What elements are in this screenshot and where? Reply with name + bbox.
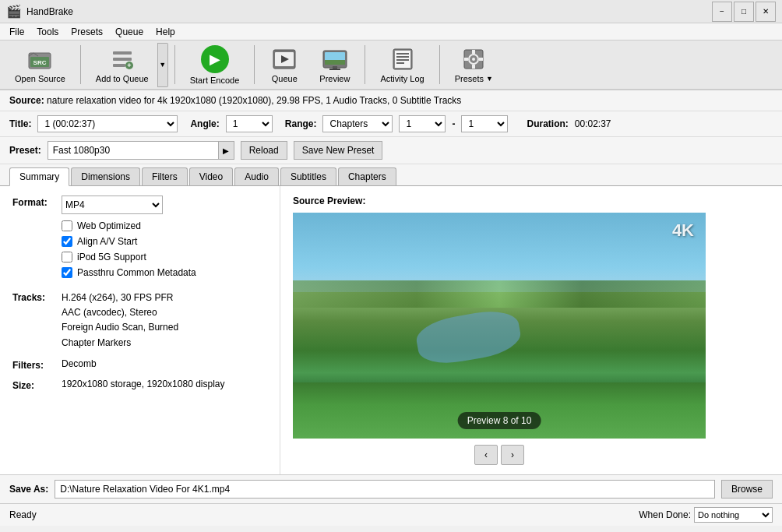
menu-help[interactable]: Help [150, 25, 181, 39]
toolbar-sep-1 [80, 45, 81, 84]
preview-button[interactable]: Preview [311, 43, 358, 87]
svg-rect-21 [396, 62, 404, 64]
svg-rect-19 [396, 56, 409, 58]
add-queue-split-button: + Add to Queue ▼ [87, 43, 168, 87]
range-from-select[interactable]: 1 [399, 115, 446, 132]
filters-value: Decomb [62, 358, 97, 369]
save-bar: Save As: Browse [0, 474, 782, 503]
reload-button[interactable]: Reload [241, 141, 287, 160]
range-label: Range: [285, 118, 317, 129]
maximize-button[interactable]: □ [734, 2, 754, 22]
svg-rect-28 [479, 58, 483, 61]
duration-value: 00:02:37 [575, 118, 611, 129]
filters-row: Filters: Decomb [12, 358, 267, 371]
preview-container: 4K Preview 8 of 10 [293, 213, 706, 439]
tab-summary[interactable]: Summary [9, 167, 69, 186]
menu-tools[interactable]: Tools [30, 25, 65, 39]
ipod-checkbox[interactable] [62, 252, 72, 262]
browse-button[interactable]: Browse [721, 480, 773, 499]
align-av-checkbox[interactable] [62, 236, 72, 247]
when-done-select[interactable]: Do nothing Shutdown Suspend Hibernate Qu… [694, 507, 773, 523]
svg-rect-13 [325, 60, 345, 65]
source-label: Source: [9, 95, 44, 106]
svg-rect-3 [113, 51, 132, 55]
preview-prev-button[interactable]: ‹ [474, 445, 498, 465]
preview-foreground [293, 382, 706, 439]
filters-label: Filters: [12, 358, 55, 371]
toolbar: SRC Open Source + Add to Queue ▼ ▶ [0, 41, 782, 90]
close-button[interactable]: ✕ [756, 2, 776, 22]
preview-next-button[interactable]: › [501, 445, 524, 465]
status-bar: Ready When Done: Do nothing Shutdown Sus… [0, 503, 782, 526]
track-2: AAC (avcodec), Stereo [62, 305, 178, 320]
svg-text:+: + [127, 62, 131, 69]
start-encode-label: Start Encode [190, 76, 240, 85]
add-queue-dropdown-arrow[interactable]: ▼ [157, 43, 168, 87]
preview-icon [322, 47, 347, 72]
size-row: Size: 1920x1080 storage, 1920x1080 displ… [12, 379, 267, 391]
activity-log-icon [390, 47, 415, 72]
tab-audio[interactable]: Audio [234, 167, 279, 185]
tab-dimensions[interactable]: Dimensions [71, 167, 140, 185]
format-select[interactable]: MP4 MKV [62, 196, 163, 214]
svg-rect-27 [464, 58, 468, 61]
tracks-content: H.264 (x264), 30 FPS PFR AAC (avcodec), … [62, 291, 178, 351]
svg-rect-25 [472, 50, 475, 54]
range-type-select[interactable]: Chapters Seconds Frames [322, 115, 393, 132]
queue-button[interactable]: Queue [261, 43, 308, 87]
angle-select[interactable]: 1 [226, 115, 273, 132]
svg-rect-4 [113, 58, 132, 61]
track-1: H.264 (x264), 30 FPS PFR [62, 291, 178, 305]
tab-chapters[interactable]: Chapters [338, 167, 396, 185]
save-as-input[interactable] [55, 480, 715, 499]
preset-arrow[interactable]: ▶ [218, 142, 234, 159]
web-optimized-checkbox[interactable] [62, 220, 72, 231]
status-text: Ready [9, 509, 37, 520]
presets-icon [461, 47, 486, 72]
menu-file[interactable]: File [3, 25, 30, 39]
source-preview-label: Source Preview: [293, 196, 365, 206]
save-new-preset-button[interactable]: Save New Preset [294, 141, 383, 160]
save-as-label: Save As: [9, 484, 48, 495]
svg-rect-5 [113, 64, 125, 67]
tab-subtitles[interactable]: Subtitles [280, 167, 336, 185]
toolbar-sep-5 [439, 45, 440, 84]
tracks-row: Tracks: H.264 (x264), 30 FPS PFR AAC (av… [12, 291, 267, 351]
web-optimized-row: Web Optimized [62, 220, 267, 231]
preset-value: Fast 1080p30 [48, 145, 218, 156]
add-queue-label: Add to Queue [96, 74, 149, 83]
menu-queue[interactable]: Queue [109, 25, 150, 39]
preset-label: Preset: [9, 145, 41, 156]
when-done-label: When Done: [639, 509, 691, 520]
preview-overlay: Preview 8 of 10 [458, 412, 541, 429]
preview-image: 4K Preview 8 of 10 [293, 213, 706, 439]
start-encode-button[interactable]: ▶ Start Encode [181, 41, 248, 89]
menu-presets[interactable]: Presets [65, 25, 109, 39]
open-source-button[interactable]: SRC Open Source [6, 43, 74, 87]
open-source-icon: SRC [27, 47, 52, 72]
presets-button[interactable]: Presets ▼ [446, 43, 502, 87]
title-bar: 🎬 HandBrake − □ ✕ [0, 0, 782, 23]
preset-row: Preset: Fast 1080p30 ▶ Reload Save New P… [0, 137, 782, 164]
range-to-select[interactable]: 1 [461, 115, 508, 132]
when-done-section: When Done: Do nothing Shutdown Suspend H… [639, 507, 773, 523]
tab-video[interactable]: Video [189, 167, 233, 185]
title-label: Title: [9, 118, 31, 129]
svg-rect-20 [396, 59, 409, 61]
tab-filters[interactable]: Filters [142, 167, 188, 185]
activity-log-button[interactable]: Activity Log [372, 43, 432, 87]
size-label: Size: [12, 379, 55, 391]
app-title: HandBrake [26, 6, 73, 17]
format-label: Format: [12, 196, 55, 208]
svg-point-24 [472, 58, 475, 61]
passthru-checkbox[interactable] [62, 267, 72, 278]
svg-rect-14 [333, 66, 337, 69]
add-queue-button[interactable]: + Add to Queue [87, 43, 157, 87]
svg-rect-15 [329, 69, 340, 70]
tracks-label: Tracks: [12, 291, 55, 303]
minimize-button[interactable]: − [712, 2, 732, 22]
title-select[interactable]: 1 (00:02:37) [37, 115, 178, 132]
source-value: nature relaxation video for 4k 1920x1080… [47, 95, 461, 106]
activity-log-label: Activity Log [380, 74, 424, 83]
title-bar-left: 🎬 HandBrake [6, 4, 73, 19]
